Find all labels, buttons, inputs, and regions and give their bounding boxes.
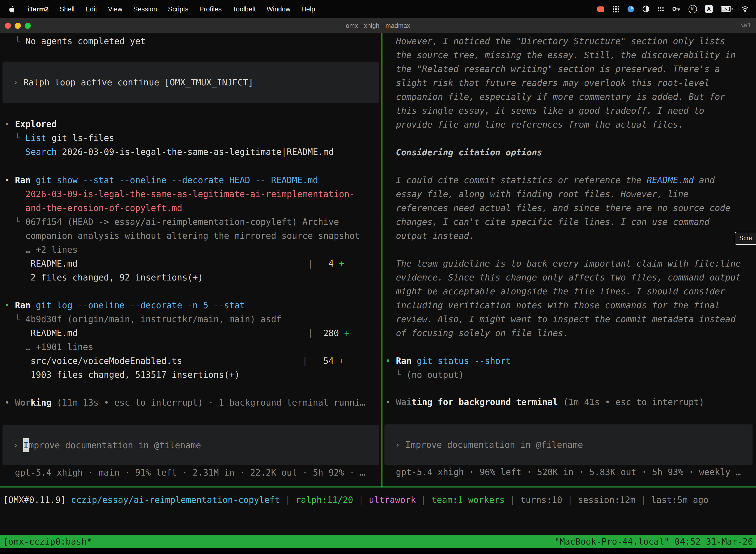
terminal-line: The team guideline is to back every impo… xyxy=(385,257,756,271)
window-titlebar[interactable]: omx --xhigh --madmax ⌥⌘1 xyxy=(0,18,756,33)
menu-item-toolbelt[interactable]: Toolbelt xyxy=(227,5,261,13)
text-segment: Search xyxy=(25,147,57,157)
menu-item-session[interactable]: Session xyxy=(128,5,163,13)
text-segment: Ran xyxy=(396,356,412,366)
text-segment: team:1 workers xyxy=(432,495,505,505)
spacer xyxy=(4,159,381,173)
text-segment: • xyxy=(4,398,15,407)
text-segment: 067f154 (HEAD -> essay/ai-reimplementati… xyxy=(25,217,339,227)
right-pane[interactable]: However, I noticed the "Directory Struct… xyxy=(382,33,756,487)
spacer xyxy=(4,409,381,425)
minimize-button[interactable] xyxy=(15,23,21,29)
window-title: omx --xhigh --madmax xyxy=(0,18,756,33)
text-segment: • xyxy=(385,356,396,366)
prompt-input-box[interactable]: › Improve documentation in @filename xyxy=(2,425,379,465)
tmux-host-clock: "MacBook-Pro-44.local" 04:52 31-Mar-26 xyxy=(554,535,753,548)
text-segment: turns:10 xyxy=(520,495,562,505)
text-segment: 2026-03-09-is-legal-the-same-as-legitima… xyxy=(57,147,334,157)
terminal-line: └ 067f154 (HEAD -> essay/ai-reimplementa… xyxy=(4,215,381,229)
prompt-input-box[interactable]: › Improve documentation in @filename xyxy=(384,425,753,465)
prompt-input-box[interactable]: › Ralph loop active continue [OMX_TMUX_I… xyxy=(2,62,379,103)
text-segment: 2026-03-09-is-legal-the-same-as-legitima… xyxy=(25,189,355,199)
text-segment: last:5m ago xyxy=(651,495,709,505)
terminal-line: references need actual files, and since … xyxy=(385,201,756,215)
text-segment xyxy=(4,203,25,213)
text-segment: the source tree, missing the essay. Stil… xyxy=(385,50,736,60)
wifi-icon[interactable] xyxy=(741,6,749,12)
text-segment: mprove documentation in @filename xyxy=(28,438,201,452)
text-segment: Wai xyxy=(396,397,412,407)
terminal-line: src/voice/voiceModeEnabled.ts | 54 + xyxy=(4,354,381,368)
text-segment: › xyxy=(13,75,23,89)
terminal-line: … +1901 lines xyxy=(4,340,381,354)
left-pane[interactable]: └ No agents completed yet› Ralph loop ac… xyxy=(0,33,381,487)
text-segment: companion file, especially if more comme… xyxy=(385,92,725,102)
spacer xyxy=(385,409,756,425)
apple-menu-icon[interactable] xyxy=(0,5,22,13)
text-segment: However, I noticed the "Directory Struct… xyxy=(385,36,725,46)
text-segment xyxy=(30,300,36,310)
window-shortcut-badge: ⌥⌘1 xyxy=(740,18,751,33)
blue-app-icon[interactable] xyxy=(627,5,634,13)
text-segment: the "Related research writing" section i… xyxy=(385,64,720,74)
terminal-line: this single essay, it seems like a good … xyxy=(385,104,756,118)
omx-status-line: [OMX#0.11.9] cczip/essay/ai-reimplementa… xyxy=(3,493,756,507)
text-segment: and xyxy=(694,175,714,185)
spacer xyxy=(385,159,756,173)
zoom-button[interactable] xyxy=(25,23,31,29)
text-segment: └ xyxy=(4,314,25,324)
terminal-line: provide file and line references from th… xyxy=(385,118,756,131)
half-circle-icon[interactable] xyxy=(642,5,649,12)
text-segment: └ xyxy=(4,217,25,227)
text-segment: • xyxy=(4,175,15,185)
text-segment: king xyxy=(30,398,51,407)
spacer xyxy=(385,243,756,257)
text-segment: README.md xyxy=(4,328,78,338)
text-segment: session:12m xyxy=(578,495,635,505)
input-source-icon[interactable]: A xyxy=(705,5,713,13)
menu-item-profiles[interactable]: Profiles xyxy=(194,5,227,13)
text-segment: | xyxy=(182,356,308,366)
terminal-line: of focusing solely on file lines. xyxy=(385,326,756,340)
dots-grid-icon[interactable] xyxy=(657,6,664,12)
text-segment: Explored xyxy=(15,119,57,129)
spacer xyxy=(385,340,756,354)
terminal-line: README.md | 4 + xyxy=(4,257,381,271)
menu-item-scripts[interactable]: Scripts xyxy=(163,5,194,13)
menu-item-iterm2[interactable]: iTerm2 xyxy=(22,5,54,13)
grid-icon[interactable] xyxy=(613,6,619,12)
menu-item-help[interactable]: Help xyxy=(296,5,321,13)
spacer xyxy=(4,103,381,117)
menu-item-view[interactable]: View xyxy=(103,5,128,13)
menu-item-window[interactable]: Window xyxy=(261,5,296,13)
pane-divider-vertical[interactable] xyxy=(381,33,382,487)
menu-item-shell[interactable]: Shell xyxy=(54,5,80,13)
text-segment: No agents completed yet xyxy=(25,36,145,46)
battery-icon[interactable] xyxy=(721,6,733,12)
screen-recording-icon[interactable] xyxy=(597,6,605,12)
text-segment: … +1901 lines xyxy=(4,342,93,352)
battery-gauge-value: 61 xyxy=(689,5,696,12)
text-segment: src/voice/voiceModeEnabled.ts xyxy=(4,356,182,366)
text-segment: Improve documentation in @filename xyxy=(405,438,583,451)
text-segment: evidence. Since this change only affects… xyxy=(385,273,741,282)
screen-tooltip[interactable]: Scre xyxy=(735,232,756,245)
text-segment: gpt-5.4 xhigh · main · 91% left · 2.31M … xyxy=(4,467,365,478)
terminal: └ No agents completed yet› Ralph loop ac… xyxy=(0,33,756,535)
battery-gauge-icon[interactable]: 61 xyxy=(689,5,697,13)
text-segment: git show --stat --oneline --decorate HEA… xyxy=(36,175,318,185)
close-button[interactable] xyxy=(5,23,11,29)
text-segment: slight risk that future readers may over… xyxy=(385,78,709,88)
key-icon[interactable] xyxy=(672,6,681,12)
text-segment: git log --oneline --decorate -n 5 --stat xyxy=(36,300,245,310)
terminal-line: companion file, especially if more comme… xyxy=(385,90,756,104)
text-segment: including verification notes with those … xyxy=(385,300,720,310)
terminal-line: • Ran git show --stat --oneline --decora… xyxy=(4,173,381,187)
terminal-line: 2 files changed, 92 insertions(+) xyxy=(4,271,381,284)
text-segment: essay file, along with finding root file… xyxy=(385,189,689,199)
text-segment: might be acceptable alongside the file l… xyxy=(385,286,725,296)
menu-item-edit[interactable]: Edit xyxy=(80,5,103,13)
text-segment: › xyxy=(13,438,23,452)
text-segment: 4b9d30f (origin/main, instructkr/main, m… xyxy=(25,314,281,324)
text-segment: ting for background terminal xyxy=(412,397,558,407)
